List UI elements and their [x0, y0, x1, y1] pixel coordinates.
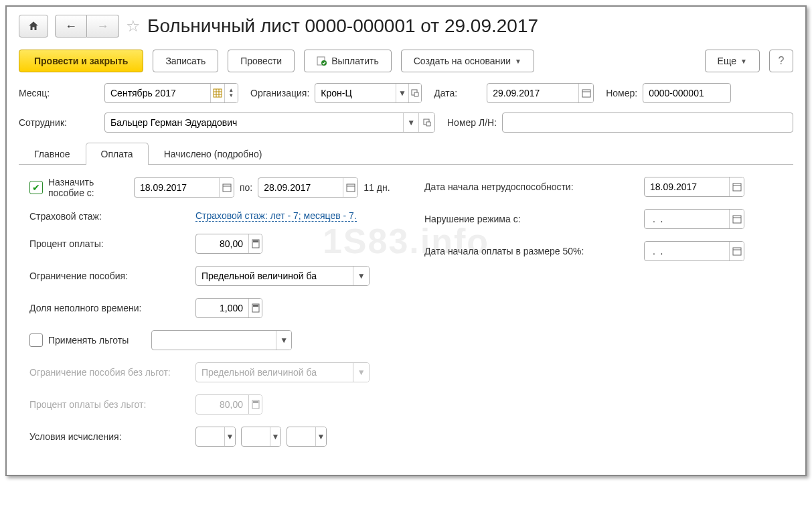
number-label: Номер:	[606, 88, 637, 98]
calendar-icon[interactable]	[729, 177, 744, 196]
svg-rect-8	[582, 90, 590, 97]
violation-label: Нарушение режима с:	[424, 214, 639, 224]
half-pay-field[interactable]	[644, 241, 744, 261]
apply-benefits-checkbox[interactable]	[29, 333, 43, 347]
stazh-label: Страховой стаж:	[29, 211, 190, 222]
dropdown-icon[interactable]: ▼	[315, 427, 326, 446]
tab-accrued[interactable]: Начислено (подробно)	[149, 143, 278, 165]
dropdown-icon[interactable]: ▼	[270, 427, 280, 446]
limit-label: Ограничение пособия:	[29, 271, 190, 281]
calendar-icon[interactable]	[729, 242, 744, 260]
conditions-label: Условия исчисления:	[29, 431, 190, 442]
stazh-link[interactable]: Страховой стаж: лет - 7; месяцев - 7.	[195, 210, 357, 222]
back-button[interactable]: ←	[55, 15, 87, 38]
dropdown-icon: ▼	[353, 363, 369, 382]
open-icon[interactable]	[408, 84, 421, 102]
dropdown-icon[interactable]: ▼	[224, 427, 235, 446]
svg-rect-16	[253, 240, 258, 242]
condition1-field[interactable]: ▼	[195, 427, 236, 447]
limit-nobenefit-label: Ограничение пособия без льгот:	[29, 367, 190, 378]
calendar-icon[interactable]	[578, 84, 593, 102]
percent-label: Процент оплаты:	[29, 238, 190, 249]
half-pay-label: Дата начала оплаты в размере 50%:	[424, 246, 639, 256]
month-label: Месяц:	[19, 88, 99, 98]
svg-rect-20	[253, 401, 258, 403]
part-time-label: Доля неполного времени:	[29, 303, 190, 313]
violation-field[interactable]	[644, 209, 744, 229]
home-icon	[27, 20, 39, 32]
open-icon[interactable]	[418, 113, 434, 132]
svg-rect-18	[253, 305, 258, 307]
month-picker-icon[interactable]	[210, 84, 224, 102]
tab-main[interactable]: Главное	[19, 143, 86, 165]
disability-start-field[interactable]	[644, 177, 744, 197]
month-spinner[interactable]: ▲▼	[224, 84, 238, 102]
condition3-field[interactable]: ▼	[287, 427, 327, 447]
tab-payment[interactable]: Оплата	[86, 143, 149, 165]
dropdown-caret-icon: ▼	[740, 58, 747, 65]
limit-nobenefit-field: ▼	[195, 362, 370, 382]
home-button[interactable]	[19, 15, 48, 38]
to-label: по:	[240, 182, 252, 193]
date-from-field[interactable]	[134, 177, 234, 198]
calculator-icon[interactable]	[248, 299, 262, 317]
svg-rect-13	[347, 184, 355, 192]
number-field[interactable]	[643, 83, 731, 103]
condition2-field[interactable]: ▼	[241, 427, 281, 447]
org-label: Организация:	[250, 88, 309, 98]
save-button[interactable]: Записать	[153, 50, 218, 72]
assign-benefit-label: Назначить пособие с:	[48, 177, 129, 198]
date-field[interactable]	[487, 83, 594, 103]
pay-button[interactable]: Выплатить	[304, 50, 392, 72]
month-field[interactable]: ▲▼	[104, 83, 238, 103]
date-to-field[interactable]	[258, 177, 358, 198]
help-button[interactable]: ?	[769, 50, 793, 72]
page-title: Больничный лист 0000-000001 от 29.09.201…	[147, 15, 538, 37]
ln-field[interactable]	[502, 113, 793, 133]
percent-field[interactable]	[195, 234, 262, 254]
employee-field[interactable]: ▼	[104, 113, 435, 133]
benefits-field[interactable]: ▼	[151, 330, 292, 350]
svg-rect-23	[733, 216, 741, 223]
apply-benefits-label: Применять льготы	[48, 335, 129, 346]
create-based-on-button[interactable]: Создать на основании ▼	[401, 50, 534, 72]
ln-label: Номер Л/Н:	[447, 117, 497, 128]
dropdown-icon[interactable]: ▼	[353, 267, 369, 285]
dropdown-icon[interactable]: ▼	[276, 331, 291, 350]
calculator-icon	[248, 395, 262, 414]
calendar-icon[interactable]	[729, 210, 744, 228]
employee-label: Сотрудник:	[19, 117, 99, 128]
svg-rect-21	[733, 183, 741, 191]
limit-field[interactable]: ▼	[195, 266, 370, 286]
pay-icon	[317, 56, 327, 66]
tabs: Главное Оплата Начислено (подробно)	[19, 142, 793, 165]
part-time-field[interactable]	[195, 298, 262, 318]
percent-nobenefit-label: Процент оплаты без льгот:	[29, 399, 190, 410]
svg-rect-25	[733, 248, 741, 255]
calendar-icon[interactable]	[219, 178, 234, 197]
calendar-icon[interactable]	[343, 178, 357, 197]
more-button[interactable]: Еще ▼	[705, 50, 760, 72]
favorite-star-icon[interactable]: ☆	[126, 17, 141, 35]
forward-button: →	[87, 15, 119, 38]
dropdown-icon[interactable]: ▼	[403, 113, 419, 132]
percent-nobenefit-field	[195, 394, 262, 415]
svg-rect-11	[223, 184, 231, 192]
dropdown-caret-icon: ▼	[515, 58, 521, 65]
calculator-icon[interactable]	[248, 234, 262, 253]
svg-rect-2	[214, 89, 222, 97]
post-and-close-button[interactable]: Провести и закрыть	[19, 50, 143, 72]
date-label: Дата:	[434, 88, 457, 98]
days-count: 11 дн.	[363, 182, 390, 193]
assign-benefit-checkbox[interactable]	[29, 181, 43, 194]
dropdown-icon[interactable]: ▼	[396, 84, 408, 102]
org-field[interactable]: ▼	[315, 83, 422, 103]
post-button[interactable]: Провести	[228, 50, 295, 72]
disability-start-label: Дата начала нетрудоспособности:	[424, 181, 639, 192]
